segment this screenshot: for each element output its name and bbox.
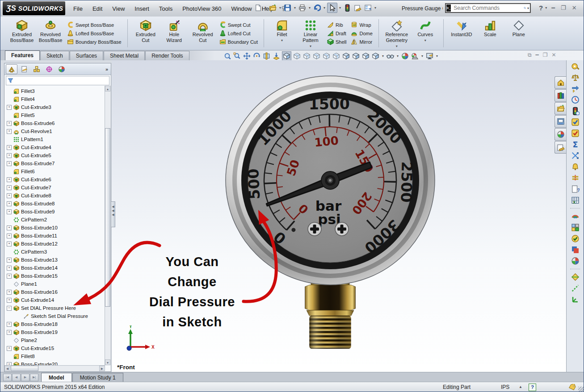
tree-expand-toggle[interactable]: + [7,290,12,295]
colored-grid-icon[interactable] [571,223,580,232]
tab-features[interactable]: Features [5,50,40,60]
tree-item[interactable]: +Boss-Extrude19 [4,328,105,336]
pan-icon[interactable] [243,52,251,60]
rib-button[interactable]: Rib [326,21,348,29]
tab-render-tools[interactable]: Render Tools [145,51,189,60]
lofted-boss-base-button[interactable]: Lofted Boss/Base [66,29,123,37]
view-iso3-icon[interactable] [361,52,370,60]
tree-expand-toggle[interactable]: + [7,185,12,190]
reference-geometry-button[interactable]: ReferenceGeometry▾ [382,17,411,49]
model-nav-next-button[interactable]: ▶ [21,374,29,381]
close-button[interactable]: ✕ [570,4,579,11]
display-manager-tab[interactable] [56,64,67,74]
tree-item[interactable]: +Cut-Extrude7 [4,183,105,192]
apply-scene-icon[interactable] [411,52,419,60]
tree-expand-toggle[interactable]: + [7,201,12,206]
tree-expand-toggle[interactable]: + [7,234,12,238]
tree-expand-toggle[interactable]: + [7,322,12,327]
file-explorer-tab[interactable] [555,102,566,115]
view-right-icon[interactable] [322,52,331,60]
tab-sketch[interactable]: Sketch [40,51,69,60]
select-dropdown-icon[interactable]: ▾ [339,6,341,10]
dome-button[interactable]: Dome [349,29,374,37]
tree-item[interactable]: +Cut-Revolve1 [4,127,105,135]
view-top-icon[interactable] [332,52,340,60]
yellow-diamond-icon[interactable] [571,273,580,281]
task-panes-button[interactable] [363,3,373,13]
boundary-boss-base-button[interactable]: Boundary Boss/Base [66,38,123,46]
yellow-check-1-icon[interactable] [571,118,580,126]
view-settings-icon[interactable] [425,52,434,60]
check-circle-icon[interactable] [571,234,580,243]
property-manager-tab[interactable] [18,64,30,74]
mirror-button[interactable]: Mirror [349,38,374,46]
model-nav-last-button[interactable]: ▶| [30,374,38,381]
normal-to-icon[interactable] [272,52,281,60]
tree-expand-toggle[interactable]: + [7,225,12,230]
tree-expand-toggle[interactable]: + [7,274,12,279]
menu-window[interactable]: Window [226,4,256,13]
scroll-down-icon[interactable]: ▼ [105,359,110,365]
menu-tools[interactable]: Tools [154,4,177,13]
tree-item[interactable]: +Cut-Extrude14 [4,296,105,304]
tree-item[interactable]: +Boss-Extrude10 [4,224,105,232]
view-current-icon[interactable] [282,51,291,61]
extruded-cut-button[interactable]: ExtrudedCut [131,17,160,49]
tree-expand-toggle[interactable]: + [7,330,12,335]
minimize-button[interactable]: ━ [549,4,557,11]
tree-expand-toggle[interactable]: + [7,346,12,351]
view-left-icon[interactable] [312,52,321,60]
save-dropdown-icon[interactable]: ▾ [294,6,296,10]
tree-item[interactable]: Fillet8 [4,352,105,360]
yellow-connector-icon[interactable] [571,174,580,182]
design-library-tab[interactable] [555,89,566,102]
search-commands-box[interactable]: >_ ▾ [445,3,531,13]
tape-measure-icon[interactable] [571,62,580,71]
scale-button[interactable]: Scale [476,17,504,49]
scroll-up-icon[interactable]: ▲ [105,86,110,92]
instant3d-button[interactable]: Instant3D [447,17,476,49]
linear-pattern-button[interactable]: LinearPattern▾ [296,17,325,49]
swept-boss-base-button[interactable]: Swept Boss/Base [66,21,123,29]
solidworks-resources-tab[interactable] [555,76,566,89]
help-dropdown-icon[interactable]: ▾ [545,6,547,10]
fillet-button[interactable]: Fillet▾ [268,17,296,49]
scatter-arrows-icon[interactable] [571,151,580,160]
tree-expand-toggle[interactable]: + [7,177,12,182]
tree-expand-toggle[interactable]: + [7,145,12,150]
headsup-dropdown-icon[interactable]: ▾ [382,54,384,58]
help-icon[interactable]: ? [539,4,543,12]
view-back-icon[interactable] [303,52,311,60]
menu-photoview-360[interactable]: PhotoView 360 [177,4,226,13]
tree-expand-toggle[interactable]: + [7,105,12,110]
feature-tree-filter[interactable] [6,76,109,85]
shell-button[interactable]: Shell [326,38,348,46]
search-input[interactable] [453,4,524,12]
open-button[interactable] [268,3,277,13]
rebuild-button[interactable] [343,3,352,13]
tree-item[interactable]: +Cut-Extrude4 [4,143,105,151]
tree-item[interactable]: +Boss-Extrude12 [4,240,105,248]
task-panes-dropdown-icon[interactable]: ▾ [374,6,376,10]
view-front-icon[interactable] [293,52,301,60]
tree-item[interactable]: +Boss-Extrude16 [4,288,105,296]
green-triad-icon[interactable] [571,295,580,304]
headsup-dropdown-icon[interactable]: ▾ [436,54,438,58]
tree-item[interactable]: +Boss-Extrude11 [4,232,105,240]
menu-insert[interactable]: Insert [130,4,154,13]
tree-expand-toggle[interactable]: + [7,242,12,246]
menu-view[interactable]: View [107,4,130,13]
revolved-boss-base-button[interactable]: RevolvedBoss/Base [36,17,65,49]
tree-item[interactable]: +Boss-Extrude14 [4,264,105,272]
view-palette-tab[interactable] [555,115,566,128]
headsup-dropdown-icon[interactable]: ▾ [397,54,399,58]
alarm-bell-icon[interactable] [571,163,580,171]
tree-item[interactable]: CirPattern2 [4,216,105,224]
search-icon[interactable] [524,4,526,12]
print-dropdown-icon[interactable]: ▾ [309,6,311,10]
display-style-icon[interactable] [371,52,380,60]
tree-expand-toggle[interactable]: + [7,209,12,214]
appearances-tab[interactable] [555,128,566,141]
unit-system-selector[interactable]: IPS [501,384,509,390]
new-dropdown-icon[interactable]: ▾ [265,6,266,10]
